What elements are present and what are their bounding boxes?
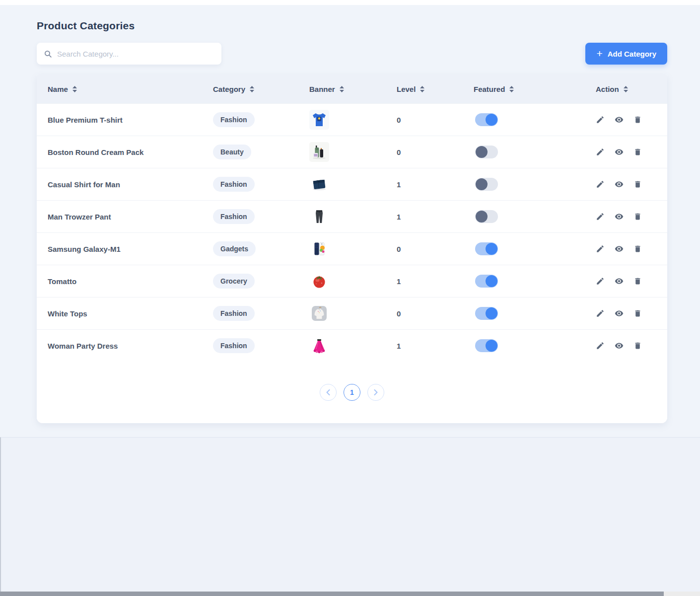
- column-header-name[interactable]: Name: [37, 85, 213, 93]
- column-header-action[interactable]: Action: [596, 85, 667, 93]
- sort-icon[interactable]: [420, 86, 424, 92]
- page-title: Product Categories: [37, 20, 667, 32]
- level-value: 0: [397, 116, 474, 124]
- view-icon[interactable]: [614, 148, 624, 156]
- edit-icon[interactable]: [596, 341, 605, 350]
- add-category-button[interactable]: + Add Category: [585, 43, 667, 65]
- categories-table-card: Name Category Banner Level Featured Acti…: [37, 74, 667, 423]
- view-icon[interactable]: [614, 212, 624, 221]
- cream-pack-photo: [309, 142, 329, 162]
- chevron-left-icon: [326, 389, 330, 395]
- toolbar: + Add Category: [37, 43, 667, 65]
- product-categories-panel: Product Categories + Add Category Name C…: [37, 5, 667, 423]
- level-value: 0: [397, 245, 474, 253]
- category-name: Boston Round Cream Pack: [37, 148, 213, 156]
- table-row: Tomatto Grocery 1: [37, 265, 667, 297]
- search-box[interactable]: [37, 43, 221, 65]
- sort-icon[interactable]: [72, 86, 77, 92]
- edit-icon[interactable]: [596, 148, 605, 156]
- edit-icon[interactable]: [596, 244, 605, 253]
- edit-icon[interactable]: [596, 115, 605, 124]
- toggle-knob: [476, 211, 488, 223]
- toggle-knob: [486, 307, 497, 319]
- table-row: Man Trowzer Pant Fashion 1: [37, 200, 667, 232]
- view-icon[interactable]: [614, 115, 624, 124]
- delete-icon[interactable]: [633, 341, 642, 350]
- category-badge: Fashion: [213, 177, 255, 192]
- column-label: Banner: [309, 85, 335, 93]
- edit-icon[interactable]: [596, 180, 605, 189]
- horizontal-scrollbar[interactable]: [0, 592, 700, 596]
- table-row: Samsung Galaxy-M1 Gadgets 0: [37, 232, 667, 265]
- view-icon[interactable]: [614, 309, 624, 318]
- category-badge: Fashion: [213, 338, 255, 353]
- delete-icon[interactable]: [633, 180, 642, 189]
- delete-icon[interactable]: [633, 115, 642, 124]
- sort-icon[interactable]: [250, 86, 254, 92]
- table-row: Boston Round Cream Pack Beauty 0: [37, 136, 667, 168]
- edit-icon[interactable]: [596, 277, 605, 286]
- category-badge: Fashion: [213, 112, 255, 127]
- pagination-current-label: 1: [350, 388, 354, 396]
- featured-toggle[interactable]: [475, 146, 498, 158]
- sort-icon[interactable]: [509, 86, 514, 92]
- view-icon[interactable]: [614, 244, 624, 253]
- delete-icon[interactable]: [633, 277, 642, 286]
- view-icon[interactable]: [614, 277, 624, 286]
- view-icon[interactable]: [614, 341, 624, 350]
- featured-toggle[interactable]: [475, 242, 498, 255]
- white-top-photo: [309, 303, 329, 323]
- level-value: 0: [397, 309, 474, 318]
- delete-icon[interactable]: [633, 244, 642, 253]
- pagination-page-1[interactable]: 1: [344, 384, 360, 401]
- featured-toggle[interactable]: [475, 307, 498, 320]
- level-value: 1: [397, 277, 474, 286]
- lower-content-panel: [0, 437, 700, 596]
- featured-toggle[interactable]: [475, 178, 498, 191]
- category-badge: Fashion: [213, 306, 255, 321]
- pagination-prev-button[interactable]: [320, 384, 337, 401]
- category-name: Samsung Galaxy-M1: [37, 245, 213, 253]
- featured-toggle[interactable]: [475, 275, 498, 288]
- category-name: White Tops: [37, 309, 213, 318]
- column-label: Category: [213, 85, 245, 93]
- category-name: Casual Shirt for Man: [37, 180, 213, 189]
- toggle-knob: [486, 340, 497, 352]
- category-name: Blue Premium T-shirt: [37, 116, 213, 124]
- table-row: Casual Shirt for Man Fashion 1: [37, 168, 667, 200]
- featured-toggle[interactable]: [475, 210, 498, 223]
- category-badge: Beauty: [213, 145, 251, 159]
- edit-icon[interactable]: [596, 309, 605, 318]
- featured-toggle[interactable]: [475, 339, 498, 352]
- scrollbar-thumb[interactable]: [0, 592, 664, 596]
- category-badge: Gadgets: [213, 241, 256, 256]
- level-value: 1: [397, 180, 474, 189]
- column-header-category[interactable]: Category: [213, 85, 309, 93]
- category-badge: Grocery: [213, 274, 255, 289]
- sort-icon[interactable]: [340, 86, 344, 92]
- edit-icon[interactable]: [596, 212, 605, 221]
- column-header-banner[interactable]: Banner: [309, 85, 397, 93]
- category-name: Woman Party Dress: [37, 342, 213, 350]
- pagination-next-button[interactable]: [367, 384, 384, 401]
- view-icon[interactable]: [614, 180, 624, 189]
- column-header-level[interactable]: Level: [397, 85, 474, 93]
- toggle-knob: [486, 275, 497, 287]
- level-value: 0: [397, 148, 474, 156]
- table-row: Blue Premium T-shirt Fashion 0: [37, 103, 667, 136]
- column-label: Name: [48, 85, 68, 93]
- toggle-knob: [476, 146, 488, 158]
- category-name: Tomatto: [37, 277, 213, 286]
- add-category-label: Add Category: [608, 50, 656, 58]
- smartphone-photo: [309, 239, 329, 259]
- plus-icon: +: [596, 48, 602, 59]
- search-input[interactable]: [57, 50, 214, 58]
- column-header-featured[interactable]: Featured: [474, 85, 596, 93]
- sort-icon[interactable]: [624, 86, 628, 92]
- delete-icon[interactable]: [633, 212, 642, 221]
- delete-icon[interactable]: [633, 309, 642, 318]
- table-header-row: Name Category Banner Level Featured Acti…: [37, 74, 667, 103]
- delete-icon[interactable]: [633, 148, 642, 156]
- featured-toggle[interactable]: [475, 113, 498, 126]
- top-strip: [0, 0, 700, 5]
